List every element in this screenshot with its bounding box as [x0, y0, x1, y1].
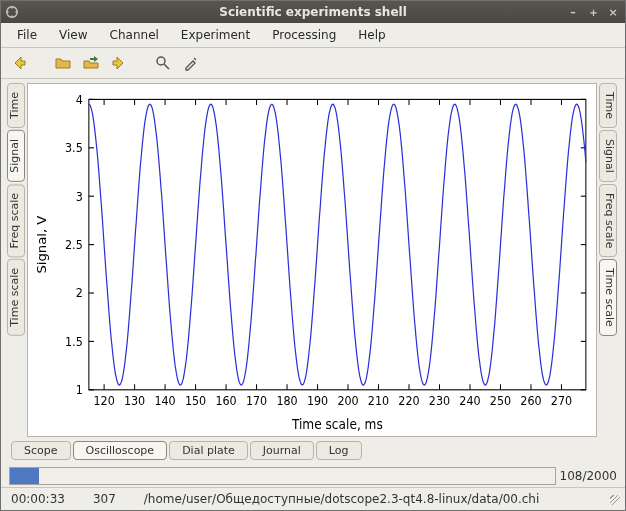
zoom-button[interactable] — [151, 51, 175, 75]
plot-area[interactable]: 1201301401501601701801902002102202302402… — [27, 83, 597, 437]
svg-text:210: 210 — [368, 394, 389, 409]
forward-button[interactable] — [107, 51, 131, 75]
svg-text:130: 130 — [124, 394, 145, 409]
svg-text:2.5: 2.5 — [65, 238, 83, 253]
vtab-left-time[interactable]: Time — [7, 83, 25, 128]
vtab-left-time-scale[interactable]: Time scale — [7, 259, 25, 336]
status-count: 307 — [87, 492, 122, 506]
svg-text:150: 150 — [185, 394, 206, 409]
svg-text:190: 190 — [307, 394, 328, 409]
statusbar: 00:00:33 307 /home/user/Общедоступные/do… — [1, 487, 625, 510]
maximize-button[interactable]: ＋ — [585, 4, 601, 20]
btab-dial-plate[interactable]: Dial plate — [169, 441, 248, 460]
vtab-right-time-scale[interactable]: Time scale — [599, 259, 617, 336]
svg-text:3.5: 3.5 — [65, 141, 83, 156]
svg-rect-2 — [89, 99, 586, 389]
svg-text:160: 160 — [215, 394, 236, 409]
svg-text:230: 230 — [429, 394, 450, 409]
vtab-right-time[interactable]: Time — [599, 83, 617, 128]
svg-text:170: 170 — [246, 394, 267, 409]
svg-text:180: 180 — [276, 394, 297, 409]
svg-text:120: 120 — [93, 394, 114, 409]
back-button[interactable] — [7, 51, 31, 75]
svg-text:Time scale, ms: Time scale, ms — [291, 417, 383, 433]
svg-text:260: 260 — [520, 394, 541, 409]
vtab-left-signal[interactable]: Signal — [7, 130, 25, 182]
bottom-tabs: Scope Oscilloscope Dial plate Journal Lo… — [1, 437, 625, 465]
status-time: 00:00:33 — [5, 492, 71, 506]
vtab-right-freq-scale[interactable]: Freq scale — [599, 184, 617, 257]
tool-button[interactable] — [179, 51, 203, 75]
minimize-button[interactable]: – — [565, 4, 581, 20]
menubar: File View Channel Experiment Processing … — [1, 23, 625, 48]
svg-text:Signal, V: Signal, V — [35, 215, 49, 273]
window-title: Scientific experiments shell — [219, 5, 407, 19]
menu-file[interactable]: File — [7, 25, 47, 45]
btab-journal[interactable]: Journal — [250, 441, 314, 460]
svg-text:140: 140 — [154, 394, 175, 409]
svg-text:200: 200 — [337, 394, 358, 409]
svg-text:3: 3 — [76, 189, 83, 204]
btab-scope[interactable]: Scope — [11, 441, 71, 460]
progress-bar — [9, 467, 556, 485]
vtab-right-signal[interactable]: Signal — [599, 130, 617, 182]
svg-point-1 — [157, 57, 165, 65]
right-vertical-tabs: Time Signal Freq scale Time scale — [597, 83, 617, 437]
vtab-left-freq-scale[interactable]: Freq scale — [7, 184, 25, 257]
menu-processing[interactable]: Processing — [262, 25, 346, 45]
menu-channel[interactable]: Channel — [100, 25, 169, 45]
titlebar: Scientific experiments shell – ＋ × — [1, 1, 625, 23]
svg-text:4: 4 — [76, 92, 83, 107]
menu-experiment[interactable]: Experiment — [171, 25, 260, 45]
svg-text:240: 240 — [459, 394, 480, 409]
app-icon — [5, 5, 19, 19]
toolbar — [1, 48, 625, 79]
open-button[interactable] — [51, 51, 75, 75]
svg-text:1.5: 1.5 — [65, 334, 83, 349]
status-path: /home/user/Общедоступные/dotscope2.3-qt4… — [138, 492, 587, 506]
btab-log[interactable]: Log — [316, 441, 362, 460]
left-vertical-tabs: Time Signal Freq scale Time scale — [7, 83, 27, 437]
svg-text:220: 220 — [398, 394, 419, 409]
svg-text:2: 2 — [76, 286, 83, 301]
svg-text:1: 1 — [76, 383, 83, 398]
export-button[interactable] — [79, 51, 103, 75]
close-button[interactable]: × — [605, 4, 621, 20]
svg-text:250: 250 — [490, 394, 511, 409]
btab-oscilloscope[interactable]: Oscilloscope — [73, 441, 168, 460]
resize-grip-icon[interactable] — [607, 492, 621, 506]
menu-help[interactable]: Help — [348, 25, 395, 45]
svg-text:270: 270 — [551, 394, 572, 409]
menu-view[interactable]: View — [49, 25, 97, 45]
progress-label: 108/2000 — [560, 469, 618, 483]
